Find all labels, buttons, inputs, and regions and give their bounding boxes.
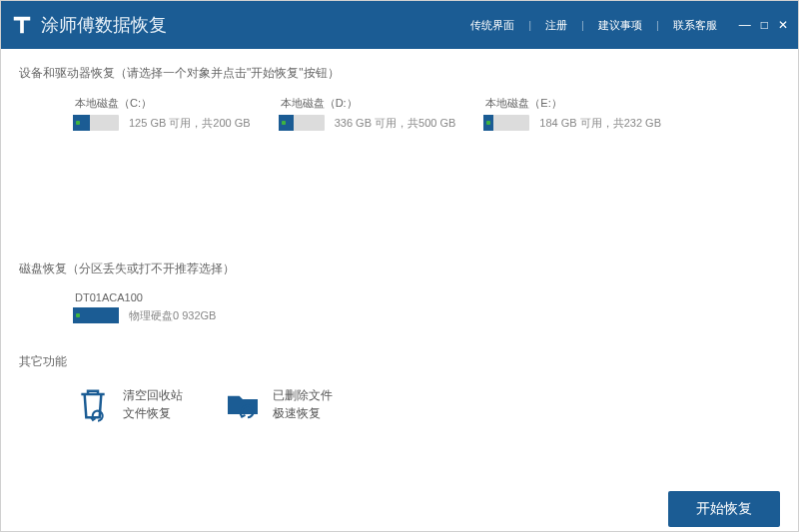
window-controls: — □ ✕: [739, 18, 788, 32]
other-text: 已删除文件 极速恢复: [273, 386, 333, 422]
drive-c[interactable]: 本地磁盘（C:） 125 GB 可用，共200 GB: [73, 96, 251, 131]
drive-info: 125 GB 可用，共200 GB: [129, 116, 251, 131]
link-support[interactable]: 联系客服: [673, 18, 717, 33]
other-functions: 清空回收站 文件恢复 已删除文件 极速恢复: [19, 384, 780, 424]
minimize-icon[interactable]: —: [739, 18, 751, 32]
drive-label: 本地磁盘（C:）: [75, 96, 251, 111]
disk-0[interactable]: DT01ACA100 物理硬盘0 932GB: [73, 291, 780, 323]
link-register[interactable]: 注册: [545, 18, 567, 33]
section-drives-title: 设备和驱动器恢复（请选择一个对象并点击"开始恢复"按钮）: [19, 65, 780, 82]
app-title: 涂师傅数据恢复: [41, 13, 167, 37]
drive-label: 本地磁盘（E:）: [485, 96, 661, 111]
logo: 涂师傅数据恢复: [11, 13, 167, 37]
folder-refresh-icon: [223, 384, 263, 424]
maximize-icon[interactable]: □: [761, 18, 768, 32]
drive-usage-bar: [483, 115, 529, 131]
footer: 开始恢复: [1, 485, 798, 532]
drive-label: 本地磁盘（D:）: [281, 96, 456, 111]
disk-label: DT01ACA100: [75, 291, 216, 303]
section-disks-title: 磁盘恢复（分区丢失或打不开推荐选择）: [19, 261, 780, 277]
titlebar: 涂师傅数据恢复 传统界面 | 注册 | 建议事项 | 联系客服 — □ ✕: [1, 1, 798, 49]
titlebar-links: 传统界面 | 注册 | 建议事项 | 联系客服 — □ ✕: [470, 18, 788, 33]
other-text: 清空回收站 文件恢复: [123, 386, 183, 422]
drives-list: 本地磁盘（C:） 125 GB 可用，共200 GB 本地磁盘（D:）: [19, 96, 780, 131]
link-traditional[interactable]: 传统界面: [470, 18, 514, 33]
link-suggestions[interactable]: 建议事项: [598, 18, 642, 33]
drive-usage-bar: [279, 115, 325, 131]
drive-info: 336 GB 可用，共500 GB: [335, 116, 456, 131]
recycle-bin-icon: [73, 384, 113, 424]
disks-list: DT01ACA100 物理硬盘0 932GB: [19, 291, 780, 323]
disk-usage-bar: [73, 307, 119, 323]
content: 设备和驱动器恢复（请选择一个对象并点击"开始恢复"按钮） 本地磁盘（C:） 12…: [1, 49, 798, 485]
disk-info: 物理硬盘0 932GB: [129, 308, 216, 323]
drive-info: 184 GB 可用，共232 GB: [539, 116, 661, 131]
drive-e[interactable]: 本地磁盘（E:） 184 GB 可用，共232 GB: [483, 96, 661, 131]
drive-d[interactable]: 本地磁盘（D:） 336 GB 可用，共500 GB: [279, 96, 456, 131]
recycle-bin-recovery[interactable]: 清空回收站 文件恢复: [73, 384, 183, 424]
logo-icon: [11, 14, 33, 36]
deleted-file-recovery[interactable]: 已删除文件 极速恢复: [223, 384, 333, 424]
drive-usage-bar: [73, 115, 119, 131]
start-recovery-button[interactable]: 开始恢复: [668, 491, 780, 527]
close-icon[interactable]: ✕: [778, 18, 788, 32]
section-other-title: 其它功能: [19, 353, 780, 370]
